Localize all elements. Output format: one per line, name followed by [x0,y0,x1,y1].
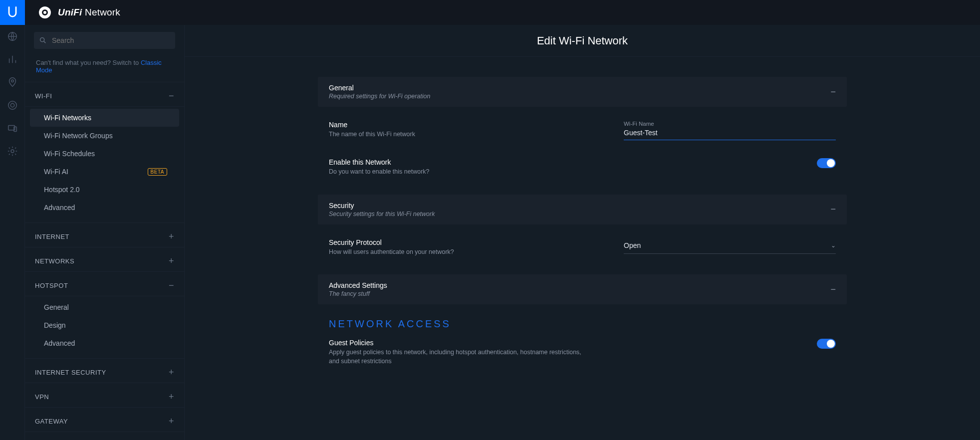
expand-icon: + [169,368,174,377]
chevron-down-icon: ⌄ [831,242,836,249]
topbar: UniFi Network [0,0,980,25]
classic-mode-note: Can't find what you need? Switch to Clas… [25,56,184,82]
card-general-subtitle: Required settings for Wi-Fi operation [329,93,430,100]
sidebar-item-wifi-networks[interactable]: Wi-Fi Networks [30,109,179,127]
collapse-icon[interactable]: − [830,204,836,215]
icon-rail [0,25,25,440]
wifi-name-input[interactable] [624,127,836,140]
sidebar-item-wifi-schedules[interactable]: Wi-Fi Schedules [30,145,179,163]
beta-badge: BETA [148,168,167,176]
section-gateway[interactable]: GATEWAY + [25,408,184,432]
expand-icon: + [169,232,174,241]
setting-guest-label: Guest Policies [329,339,588,347]
setting-protocol-label: Security Protocol [329,238,454,246]
sidebar: Can't find what you need? Switch to Clas… [25,25,185,440]
devices-icon[interactable] [6,122,19,135]
sidebar-item-wifi-network-groups[interactable]: Wi-Fi Network Groups [30,127,179,145]
section-networks[interactable]: NETWORKS + [25,247,184,272]
expand-icon: + [169,417,174,426]
stats-icon[interactable] [6,53,19,66]
svg-point-7 [40,38,44,42]
card-security: Security Security settings for this Wi-F… [318,195,847,224]
setting-name: Name The name of this Wi-Fi network Wi-F… [318,121,847,140]
map-icon[interactable] [6,76,19,89]
sidebar-item-hotspot-general[interactable]: General [30,298,179,316]
search-icon [39,36,47,44]
gear-icon[interactable] [6,145,19,158]
page-title: Edit Wi-Fi Network [185,25,980,57]
card-general-title: General [329,84,430,92]
card-general: General Required settings for Wi-Fi oper… [318,77,847,107]
card-security-subtitle: Security settings for this Wi-Fi network [329,211,435,218]
card-security-title: Security [329,202,435,210]
expand-icon: + [169,392,174,401]
setting-guest-policies: Guest Policies Apply guest policies to t… [318,339,847,366]
collapse-icon: − [169,91,174,100]
enable-network-toggle[interactable] [817,158,836,168]
setting-protocol-desc: How will users authenticate on your netw… [329,248,454,257]
svg-point-1 [11,80,13,82]
setting-enable: Enable this Network Do you want to enabl… [318,158,847,177]
svg-rect-5 [13,127,16,131]
card-advanced-subtitle: The fancy stuff [329,290,387,297]
globe-icon[interactable] [6,30,19,43]
security-protocol-select[interactable]: Open ⌄ [624,238,836,254]
setting-name-desc: The name of this Wi-Fi network [329,130,415,139]
sidebar-item-advanced[interactable]: Advanced [30,199,179,217]
setting-name-label: Name [329,121,415,129]
sidebar-item-hotspot-advanced[interactable]: Advanced [30,334,179,352]
setting-enable-desc: Do you want to enable this network? [329,168,430,177]
setting-enable-label: Enable this Network [329,158,430,166]
section-internet-security[interactable]: INTERNET SECURITY + [25,359,184,383]
network-access-heading: NETWORK ACCESS [318,318,847,330]
main-panel: Edit Wi-Fi Network General Required sett… [185,25,980,440]
app-switcher-icon[interactable] [39,6,51,18]
wifi-name-field-label: Wi-Fi Name [624,121,836,127]
setting-guest-desc: Apply guest policies to this network, in… [329,348,588,366]
search-box [34,32,175,49]
setting-protocol: Security Protocol How will users authent… [318,238,847,257]
card-advanced-title: Advanced Settings [329,281,387,289]
section-wifi[interactable]: WI-FI − [25,82,184,107]
section-vpn[interactable]: VPN + [25,383,184,408]
section-internet[interactable]: INTERNET + [25,223,184,247]
guest-policies-toggle[interactable] [817,339,836,349]
radar-icon[interactable] [6,99,19,112]
svg-point-3 [10,103,14,107]
collapse-icon[interactable]: − [830,284,836,295]
sidebar-item-hotspot-20[interactable]: Hotspot 2.0 [30,181,179,199]
svg-point-6 [11,150,14,153]
svg-point-2 [8,101,16,110]
expand-icon: + [169,256,174,265]
section-hotspot[interactable]: HOTSPOT − [25,272,184,296]
sidebar-item-hotspot-design[interactable]: Design [30,316,179,334]
collapse-icon: − [169,281,174,290]
brand-logo[interactable] [0,0,25,25]
product-name: UniFi Network [58,7,120,18]
card-advanced: Advanced Settings The fancy stuff − [318,274,847,304]
search-input[interactable] [34,32,175,49]
sidebar-item-wifi-ai[interactable]: Wi-Fi AI BETA [30,163,179,181]
collapse-icon[interactable]: − [830,87,836,97]
